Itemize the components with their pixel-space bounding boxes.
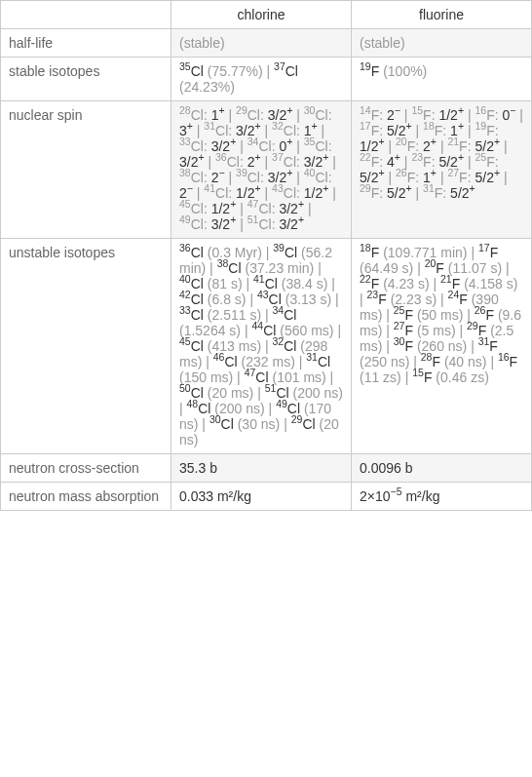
stable-chlorine: 35Cl (75.77%) | 37Cl (24.23%) <box>171 58 352 101</box>
unstable-fluorine: 18F (109.771 min) | 17F (64.49 s) | 20F … <box>352 239 532 454</box>
label-unstable: unstable isotopes <box>1 239 171 454</box>
header-fluorine: fluorine <box>352 1 532 29</box>
header-chlorine: chlorine <box>171 1 352 29</box>
comparison-table: chlorine fluorine half-life (stable) (st… <box>0 0 532 511</box>
label-spin: nuclear spin <box>1 101 171 239</box>
halflife-fluorine: (stable) <box>352 29 532 58</box>
nmass-chlorine: 0.033 m²/kg <box>171 483 352 511</box>
unstable-chlorine: 36Cl (0.3 Myr) | 39Cl (56.2 min) | 38Cl … <box>171 239 352 454</box>
halflife-chlorine: (stable) <box>171 29 352 58</box>
spin-fluorine: 14F: 2− | 15F: 1/2+ | 16F: 0− | 17F: 5/2… <box>352 101 532 239</box>
spin-chlorine: 28Cl: 1+ | 29Cl: 3/2+ | 30Cl: 3+ | 31Cl:… <box>171 101 352 239</box>
label-nmass: neutron mass absorption <box>1 483 171 511</box>
empty-header <box>1 1 171 29</box>
ncross-fluorine: 0.0096 b <box>352 454 532 483</box>
label-ncross: neutron cross-section <box>1 454 171 483</box>
nmass-fluorine: 2×10−5 m²/kg <box>352 483 532 511</box>
label-halflife: half-life <box>1 29 171 58</box>
ncross-chlorine: 35.3 b <box>171 454 352 483</box>
label-stable: stable isotopes <box>1 58 171 101</box>
stable-fluorine: 19F (100%) <box>352 58 532 101</box>
